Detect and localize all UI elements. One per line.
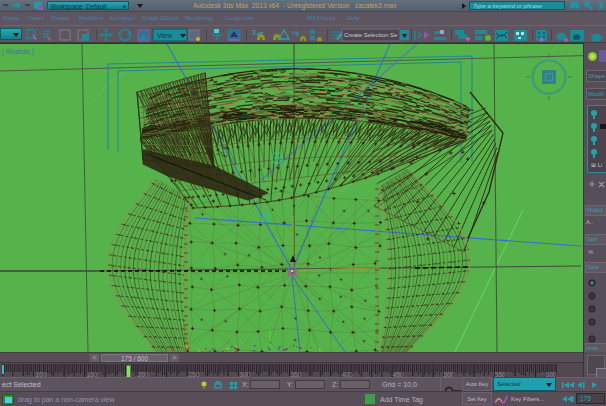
svg-text:%: % (292, 29, 299, 38)
svg-text:3: 3 (252, 29, 256, 36)
svg-text:View: View (157, 32, 173, 39)
svg-text:⊞ Li: ⊞ Li (591, 162, 602, 168)
svg-text:Create Selection Se: Create Selection Se (344, 32, 398, 38)
